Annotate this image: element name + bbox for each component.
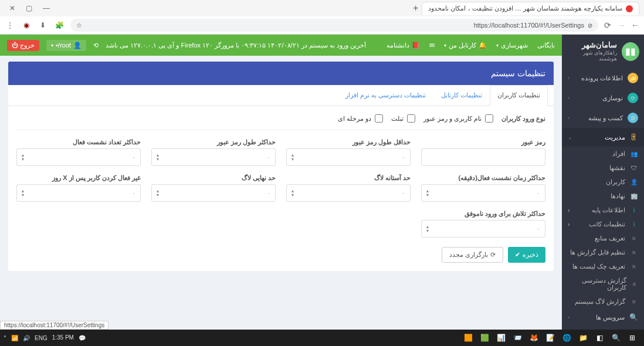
field-log-threshold: حد آستانه لاگ▲▼: [286, 174, 411, 202]
nav-forward-icon[interactable]: →: [617, 21, 625, 30]
sidebar-item-renovation[interactable]: ⟳نوسازی ‹: [562, 88, 644, 108]
tab-cartable-settings[interactable]: تنظیمات کارتابل: [433, 85, 490, 106]
taskbar-app[interactable]: 🦊: [526, 330, 542, 330]
address-bar[interactable]: ⊘ https://localhost:11700/#!/UserSetting…: [70, 19, 598, 32]
chevron-down-icon: ▾: [444, 43, 446, 48]
opt-tablet[interactable]: تبلت: [391, 114, 415, 123]
taskbar-app[interactable]: 📊: [493, 330, 509, 330]
checkbox[interactable]: [485, 114, 493, 123]
stepper[interactable]: ▲▼: [288, 150, 297, 164]
stepper[interactable]: ▲▼: [288, 186, 297, 200]
sidebar: ▮▮ سامان‌شهر راهکارهای شهر هوشمند 📁اطلاع…: [562, 35, 644, 330]
stepper[interactable]: ▲▼: [153, 186, 162, 200]
ublock-icon[interactable]: ◉: [21, 21, 32, 29]
stepper[interactable]: ▲▼: [153, 150, 162, 164]
log-final-input[interactable]: ▲▼: [151, 184, 276, 202]
sidebar-item-user-access-report[interactable]: ≡گزارش دسترسی کاربران: [562, 273, 644, 294]
field-max-failed: حداکثر تلاش برای ورود ناموفق▲▼: [421, 210, 545, 238]
taskbar-app[interactable]: 📁: [575, 330, 591, 330]
sidebar-label: سرویس ها: [596, 314, 625, 321]
field-deactivate-after: غیر فعال کردن کاربر پس از X روز▲▼: [16, 174, 141, 202]
tabs: تنظیمات کاربران تنظیمات کارتابل تنظیمات …: [8, 85, 554, 106]
nav-reload-icon[interactable]: ⟳: [604, 21, 611, 30]
deactivate-after-input[interactable]: ▲▼: [16, 184, 141, 202]
max-session-time-input[interactable]: ▲▼: [421, 184, 545, 202]
topbar-wiki[interactable]: 📕دانشنامه: [387, 42, 420, 49]
user-menu[interactable]: 👤root/• ▾: [46, 40, 86, 51]
checkbox[interactable]: [375, 114, 383, 123]
check-icon: ✔: [515, 251, 520, 259]
window-maximize[interactable]: ▢: [26, 4, 32, 12]
tab-title: سامانه یکپارچه هوشمند شماسان شهر … افزود…: [428, 5, 622, 12]
task-view-icon[interactable]: ◧: [591, 330, 608, 330]
chevron-down-icon: ▾: [496, 43, 499, 48]
topbar-mail[interactable]: ✉: [429, 42, 435, 49]
field-max-len: حداکثر طول رمز عبور▲▼: [151, 138, 276, 166]
content: تنظیمات سیستم تنظیمات کاربران تنظیمات کا…: [0, 56, 562, 330]
nav-back-icon[interactable]: ←: [631, 21, 639, 30]
sidebar-item-people[interactable]: 👥افراد: [562, 147, 644, 161]
stepper[interactable]: ▲▼: [423, 186, 432, 200]
password-input[interactable]: [421, 148, 545, 166]
max-failed-input[interactable]: ▲▼: [421, 220, 545, 238]
fields-grid: رمز عبور حداقل طول رمز عبور▲▼ حداکثر طول…: [16, 138, 545, 238]
taskbar-app[interactable]: 🌐: [558, 330, 575, 330]
sidebar-item-services[interactable]: 🔍سرویس ها ‹: [562, 308, 644, 326]
sidebar-item-report-config[interactable]: ≡تنظیم قابل گزارش ها: [562, 245, 644, 259]
chevron-left-icon: ‹: [568, 115, 570, 121]
log-threshold-input[interactable]: ▲▼: [286, 184, 411, 202]
extensions-icon[interactable]: 🧩: [54, 21, 65, 29]
sidebar-item-base-info[interactable]: iاطلاعات پایه‹: [562, 203, 644, 217]
window-close[interactable]: ✕: [9, 4, 15, 12]
download-icon[interactable]: ⬇: [38, 21, 48, 29]
topbar-cartable[interactable]: 🔔کارتابل من ▾: [444, 42, 487, 49]
taskbar-app[interactable]: 📝: [542, 330, 558, 330]
field-min-len: حداقل طول رمز عبور▲▼: [286, 138, 411, 166]
info-icon: i: [630, 221, 638, 228]
sidebar-item-entities[interactable]: 🏢نهادها: [562, 189, 644, 203]
stepper[interactable]: ▲▼: [423, 222, 432, 236]
opt-username-password[interactable]: نام کاربری و رمز عبور: [423, 114, 493, 123]
sidebar-item-case-info[interactable]: 📁اطلاعات پرونده ‹: [562, 68, 644, 88]
tab-user-settings[interactable]: تنظیمات کاربران: [490, 85, 548, 106]
sidebar-item-define-resources[interactable]: ≡تعریف منابع: [562, 231, 644, 245]
bookmark-icon[interactable]: ☆: [76, 22, 82, 29]
sidebar-item-management[interactable]: 🎚مدیریت ⌄: [562, 128, 644, 147]
taskbar-app[interactable]: 📨: [509, 330, 526, 330]
window-minimize[interactable]: —: [43, 4, 50, 12]
topbar-link-archive[interactable]: بایگانی: [537, 42, 555, 49]
start-icon[interactable]: ⊞: [624, 330, 640, 330]
history-icon[interactable]: ⟲: [93, 42, 99, 49]
chevron-left-icon: ‹: [568, 95, 570, 101]
shield-icon: 🛡: [630, 165, 638, 171]
taskbar-app[interactable]: 🟩: [476, 330, 493, 330]
actions: ذخیره ✔ ⟳ بارگزاری مجدد: [16, 247, 545, 263]
sidebar-label: کسب و پیشه: [588, 114, 623, 122]
sidebar-item-checklists[interactable]: ≡تعریف چک لیست ها: [562, 259, 644, 273]
sidebar-item-business[interactable]: ≣کسب و پیشه ‹: [562, 108, 644, 128]
max-session-count-input[interactable]: ▲▼: [16, 148, 141, 166]
chevron-down-icon: ⌄: [568, 134, 572, 140]
logout-button[interactable]: خروج⏻: [7, 40, 39, 51]
stepper[interactable]: ▲▼: [18, 150, 28, 164]
bell-icon: 🔔: [479, 42, 487, 49]
topbar-link-urban[interactable]: شهرسازی ▾: [496, 42, 528, 49]
new-tab-button[interactable]: +: [413, 3, 418, 13]
checkbox[interactable]: [407, 114, 415, 123]
reload-button[interactable]: ⟳ بارگزاری مجدد: [442, 247, 503, 263]
sidebar-item-syslog-report[interactable]: ≡گزارش لاگ سیستم: [562, 294, 644, 308]
min-len-input[interactable]: ▲▼: [286, 148, 411, 166]
sidebar-item-kateb-settings[interactable]: iتنظیمات کاتب‹: [562, 217, 644, 231]
save-button[interactable]: ذخیره ✔: [508, 247, 545, 263]
max-len-input[interactable]: ▲▼: [151, 148, 276, 166]
stepper[interactable]: ▲▼: [18, 186, 28, 200]
task-search-icon[interactable]: 🔍: [608, 330, 624, 330]
opt-two-factor[interactable]: دو مرحله ای: [338, 114, 383, 123]
brand-logo-icon: ▮▮: [622, 42, 639, 61]
taskbar-app[interactable]: 🟧: [460, 330, 476, 330]
sidebar-item-roles[interactable]: 🛡نقشها: [562, 161, 644, 175]
tab-access-settings[interactable]: تنظیمات دسترسی به نرم افزار: [338, 85, 433, 106]
sidebar-item-users[interactable]: 👤کاربران: [562, 175, 644, 189]
menu-icon[interactable]: ⋮: [5, 21, 15, 29]
browser-tab[interactable]: سامانه یکپارچه هوشمند شماسان شهر … افزود…: [422, 2, 639, 15]
